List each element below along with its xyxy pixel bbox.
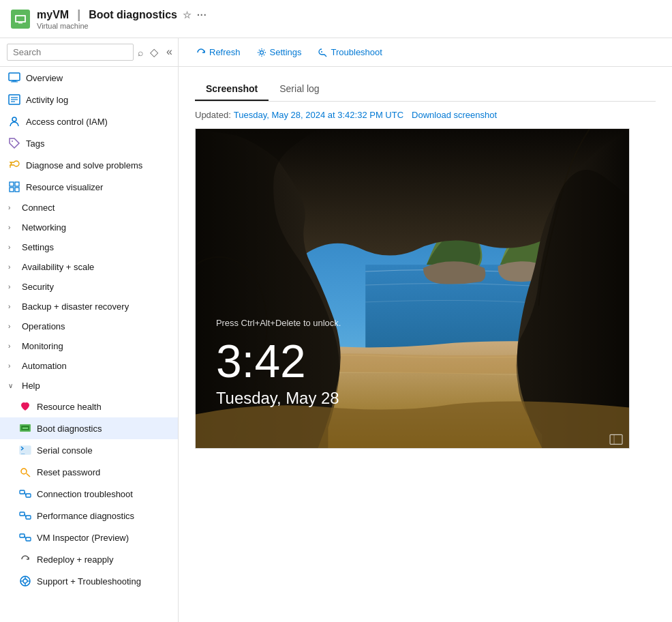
svg-text:3:42: 3:42 [216,336,306,387]
key-icon [19,466,31,478]
sidebar-label-resource-visualizer: Resource visualizer [26,182,103,192]
search-input[interactable] [7,44,134,61]
header-title: myVM | Boot diagnostics ☆ ··· Virtual ma… [37,8,207,30]
collapse-icon[interactable]: « [164,44,175,60]
screenshot-preview: Press Ctrl+Alt+Delete to unlock. 3:42 Tu… [195,128,630,449]
chevron-right-icon: › [8,243,16,251]
sidebar-label-boot-diagnostics: Boot diagnostics [37,424,102,434]
sidebar-label-vm-inspector: VM Inspector (Preview) [37,533,129,543]
sidebar-item-activity-log[interactable]: Activity log [0,89,178,110]
sidebar-item-access-control[interactable]: Access control (IAM) [0,110,178,132]
favorite-icon[interactable]: ☆ [183,10,192,20]
svg-rect-4 [12,80,16,82]
svg-line-23 [27,473,30,477]
chevron-right-icon: › [8,303,16,310]
heart-icon [19,400,31,413]
sidebar-label-performance-diagnostics: Performance diagnostics [37,511,134,521]
svg-point-34 [23,579,27,583]
sidebar-item-monitoring[interactable]: › Monitoring [0,336,178,356]
page-title: Boot diagnostics [89,9,177,21]
settings-button[interactable]: Settings [250,44,309,61]
sidebar-label-connection-troubleshoot: Connection troubleshoot [37,489,133,499]
svg-text:Tuesday, May 28: Tuesday, May 28 [216,389,339,407]
troubleshoot-button[interactable]: Troubleshoot [311,44,389,61]
chevron-right-icon: › [8,224,16,231]
sidebar-item-operations[interactable]: › Operations [0,316,178,336]
updated-label: Updated: [195,110,231,120]
chevron-right-icon: › [8,323,16,330]
sidebar-item-networking[interactable]: › Networking [0,218,178,237]
sidebar-item-serial-console[interactable]: _ Serial console [0,439,178,461]
svg-rect-24 [20,490,25,494]
chevron-right-icon: › [8,362,16,370]
sidebar: ⌕ ◇ « Overview Activity log Access contr… [0,38,179,622]
sidebar-item-boot-diagnostics[interactable]: Boot diagnostics [0,417,178,439]
svg-text:Press Ctrl+Alt+Delete to unloc: Press Ctrl+Alt+Delete to unlock. [216,318,341,328]
svg-rect-30 [20,534,25,537]
sidebar-label-backup-disaster: Backup + disaster recovery [22,301,129,312]
svg-rect-27 [20,512,25,516]
svg-point-11 [12,140,13,142]
sidebar-item-resource-health[interactable]: Resource health [0,396,178,417]
sidebar-label-tags: Tags [26,138,44,149]
sidebar-item-availability-scale[interactable]: › Availability + scale [0,257,178,277]
sidebar-label-overview: Overview [26,73,63,83]
chevron-down-icon: ∨ [8,382,16,389]
wrench-icon [8,159,20,171]
svg-rect-19 [22,428,28,429]
sidebar-item-resource-visualizer[interactable]: Resource visualizer [0,176,178,198]
sidebar-label-availability-scale: Availability + scale [22,262,94,272]
header-separator: | [77,8,80,22]
sidebar-item-backup-disaster[interactable]: › Backup + disaster recovery [0,297,178,316]
tab-screenshot[interactable]: Screenshot [195,78,269,101]
support-icon [19,575,31,587]
sidebar-label-resource-health: Resource health [37,402,102,412]
svg-rect-5 [11,82,18,83]
sidebar-item-reset-password[interactable]: Reset password [0,461,178,483]
tab-serial-log[interactable]: Serial log [269,78,330,101]
sidebar-label-monitoring: Monitoring [22,341,63,351]
console-icon: _ [19,444,31,456]
sidebar-item-automation[interactable]: › Automation [0,356,178,376]
grid-icon [8,181,20,193]
search-icon[interactable]: ⌕ [138,47,143,58]
sidebar-item-connect[interactable]: › Connect [0,198,178,218]
svg-point-39 [260,50,263,54]
more-options-icon[interactable]: ··· [197,10,207,20]
sidebar-label-activity-log: Activity log [26,95,68,105]
content-toolbar: Refresh Settings Troubleshoot [179,38,672,67]
inspect-icon [19,531,31,544]
svg-rect-14 [15,182,19,186]
sidebar-label-settings: Settings [22,242,54,252]
sidebar-item-vm-inspector[interactable]: VM Inspector (Preview) [0,527,178,548]
sidebar-item-security[interactable]: › Security [0,277,178,297]
sidebar-label-help: Help [22,381,40,391]
sidebar-item-settings[interactable]: › Settings [0,237,178,257]
sidebar-item-redeploy-reapply[interactable]: Redeploy + reapply [0,548,178,570]
sidebar-item-connection-troubleshoot[interactable]: Connection troubleshoot [0,483,178,505]
refresh-button[interactable]: Refresh [189,44,247,61]
troubleshoot-label: Troubleshoot [331,47,382,57]
sidebar-label-security: Security [22,282,54,292]
sidebar-item-overview[interactable]: Overview [0,67,178,89]
command-icon[interactable]: ◇ [147,44,161,60]
list-icon [8,93,20,106]
sidebar-label-operations: Operations [22,321,65,331]
tag-icon [8,137,20,149]
chevron-right-icon: › [8,263,16,271]
sidebar-label-support-troubleshooting: Support + Troubleshooting [37,576,141,587]
sidebar-item-help[interactable]: ∨ Help [0,376,178,396]
sidebar-item-diagnose[interactable]: Diagnose and solve problems [0,154,178,176]
sidebar-label-serial-console: Serial console [37,445,93,456]
sidebar-item-support-troubleshooting[interactable]: Support + Troubleshooting [0,570,178,592]
vm-subtitle: Virtual machine [37,22,207,30]
svg-rect-1 [16,16,25,21]
sidebar-item-tags[interactable]: Tags [0,132,178,154]
redeploy-icon [19,553,31,565]
sidebar-label-automation: Automation [22,361,67,371]
person-icon [8,115,20,128]
search-bar: ⌕ ◇ « [0,38,178,67]
download-screenshot-link[interactable]: Download screenshot [412,110,497,120]
chevron-right-icon: › [8,283,16,291]
sidebar-item-performance-diagnostics[interactable]: Performance diagnostics [0,505,178,527]
